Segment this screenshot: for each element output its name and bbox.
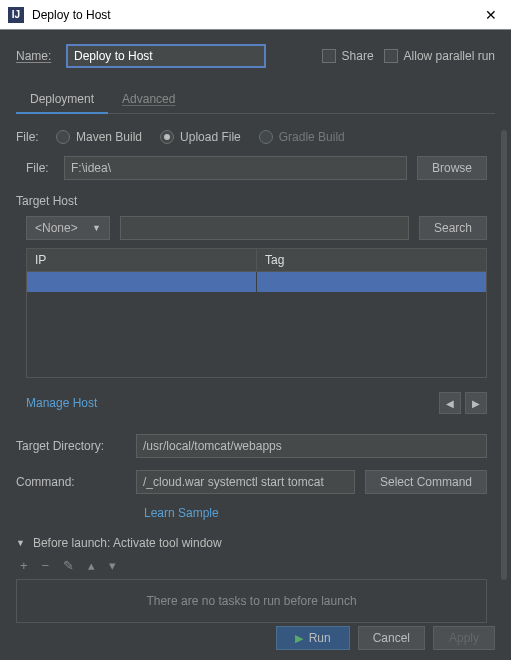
tabs: Deployment Advanced — [16, 86, 495, 114]
tab-deployment[interactable]: Deployment — [16, 86, 108, 114]
file-input[interactable] — [64, 156, 407, 180]
up-icon[interactable]: ▴ — [88, 558, 95, 573]
col-tag[interactable]: Tag — [257, 249, 486, 271]
parallel-label: Allow parallel run — [404, 49, 495, 63]
window-title: Deploy to Host — [32, 8, 479, 22]
host-search-input[interactable] — [120, 216, 409, 240]
learn-sample-link[interactable]: Learn Sample — [144, 506, 219, 520]
run-button[interactable]: ▶ Run — [276, 626, 350, 650]
radio-maven[interactable]: Maven Build — [56, 130, 142, 144]
app-icon: IJ — [8, 7, 24, 23]
target-dir-label: Target Directory: — [16, 439, 126, 453]
host-dropdown[interactable]: <None> ▼ — [26, 216, 110, 240]
titlebar: IJ Deploy to Host ✕ — [0, 0, 511, 30]
add-icon[interactable]: + — [20, 558, 28, 573]
file-label: File: — [26, 161, 54, 175]
edit-icon[interactable]: ✎ — [63, 558, 74, 573]
command-label: Command: — [16, 475, 126, 489]
col-ip[interactable]: IP — [27, 249, 257, 271]
name-input[interactable] — [66, 44, 266, 68]
tab-advanced[interactable]: Advanced — [108, 86, 189, 113]
down-icon[interactable]: ▾ — [109, 558, 116, 573]
nav-next-button[interactable]: ▶ — [465, 392, 487, 414]
filetype-label: File: — [16, 130, 46, 144]
select-command-button[interactable]: Select Command — [365, 470, 487, 494]
target-host-label: Target Host — [16, 194, 487, 208]
remove-icon[interactable]: − — [42, 558, 50, 573]
search-button[interactable]: Search — [419, 216, 487, 240]
no-tasks-message: There are no tasks to run before launch — [16, 579, 487, 623]
share-label: Share — [342, 49, 374, 63]
target-dir-input[interactable] — [136, 434, 487, 458]
parallel-checkbox[interactable] — [384, 49, 398, 63]
scrollbar[interactable] — [501, 130, 507, 580]
name-label: Name: — [16, 49, 56, 63]
nav-prev-button[interactable]: ◀ — [439, 392, 461, 414]
host-table: IP Tag — [26, 248, 487, 378]
browse-button[interactable]: Browse — [417, 156, 487, 180]
chevron-down-icon: ▼ — [92, 223, 101, 233]
radio-gradle[interactable]: Gradle Build — [259, 130, 345, 144]
before-launch-toggle[interactable]: ▼ Before launch: Activate tool window — [16, 536, 487, 550]
cancel-button[interactable]: Cancel — [358, 626, 425, 650]
table-row[interactable] — [27, 272, 486, 292]
close-icon[interactable]: ✕ — [479, 7, 503, 23]
disclosure-icon: ▼ — [16, 538, 25, 548]
play-icon: ▶ — [295, 632, 303, 645]
command-input[interactable] — [136, 470, 355, 494]
share-checkbox[interactable] — [322, 49, 336, 63]
apply-button[interactable]: Apply — [433, 626, 495, 650]
manage-host-link[interactable]: Manage Host — [26, 396, 97, 410]
radio-upload[interactable]: Upload File — [160, 130, 241, 144]
